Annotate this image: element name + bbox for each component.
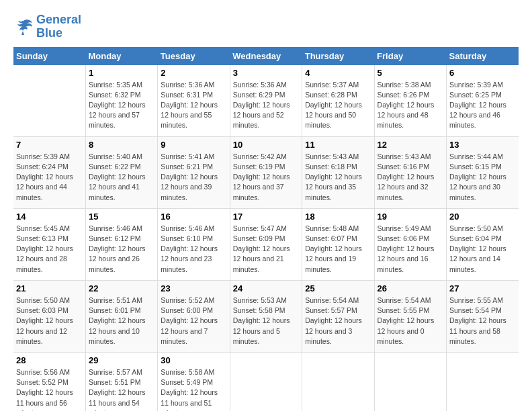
day-number: 30 bbox=[161, 355, 226, 365]
day-number: 9 bbox=[161, 140, 226, 150]
day-info: Sunrise: 5:39 AM Sunset: 6:24 PM Dayligh… bbox=[16, 152, 83, 203]
day-info: Sunrise: 5:54 AM Sunset: 5:55 PM Dayligh… bbox=[378, 295, 443, 347]
page-header: General Blue bbox=[13, 13, 519, 40]
day-cell: 8 Sunrise: 5:40 AM Sunset: 6:22 PM Dayli… bbox=[85, 136, 157, 208]
week-row-5: 28 Sunrise: 5:56 AM Sunset: 5:52 PM Dayl… bbox=[13, 352, 519, 411]
day-info: Sunrise: 5:55 AM Sunset: 5:54 PM Dayligh… bbox=[449, 295, 516, 347]
day-number: 27 bbox=[449, 283, 516, 293]
day-number: 23 bbox=[161, 283, 226, 293]
day-info: Sunrise: 5:43 AM Sunset: 6:18 PM Dayligh… bbox=[305, 152, 371, 203]
day-info: Sunrise: 5:35 AM Sunset: 6:32 PM Dayligh… bbox=[89, 80, 154, 131]
day-info: Sunrise: 5:43 AM Sunset: 6:16 PM Dayligh… bbox=[378, 152, 443, 203]
day-cell: 22 Sunrise: 5:51 AM Sunset: 6:01 PM Dayl… bbox=[85, 280, 157, 352]
calendar-table: SundayMondayTuesdayWednesdayThursdayFrid… bbox=[13, 47, 519, 411]
day-header-monday: Monday bbox=[85, 47, 157, 65]
day-number: 4 bbox=[305, 68, 371, 78]
day-info: Sunrise: 5:42 AM Sunset: 6:19 PM Dayligh… bbox=[233, 152, 299, 203]
day-number: 21 bbox=[16, 283, 83, 293]
logo-icon bbox=[13, 17, 34, 36]
logo-text: General Blue bbox=[36, 13, 81, 40]
day-cell bbox=[230, 352, 302, 411]
day-number: 6 bbox=[449, 68, 516, 78]
day-cell: 14 Sunrise: 5:45 AM Sunset: 6:13 PM Dayl… bbox=[13, 208, 85, 280]
logo: General Blue bbox=[13, 13, 81, 40]
day-number: 28 bbox=[16, 355, 83, 365]
day-number: 8 bbox=[89, 140, 154, 150]
day-info: Sunrise: 5:48 AM Sunset: 6:07 PM Dayligh… bbox=[305, 224, 371, 275]
day-cell bbox=[13, 65, 85, 137]
day-number: 2 bbox=[161, 68, 226, 78]
day-cell bbox=[302, 352, 374, 411]
day-info: Sunrise: 5:36 AM Sunset: 6:29 PM Dayligh… bbox=[233, 80, 299, 131]
day-info: Sunrise: 5:50 AM Sunset: 6:04 PM Dayligh… bbox=[449, 224, 516, 275]
day-number: 17 bbox=[233, 212, 299, 222]
day-cell: 30 Sunrise: 5:58 AM Sunset: 5:49 PM Dayl… bbox=[158, 352, 230, 411]
day-info: Sunrise: 5:49 AM Sunset: 6:06 PM Dayligh… bbox=[378, 224, 443, 275]
day-number: 14 bbox=[16, 212, 83, 222]
day-cell: 20 Sunrise: 5:50 AM Sunset: 6:04 PM Dayl… bbox=[447, 208, 519, 280]
day-header-saturday: Saturday bbox=[447, 47, 519, 65]
day-number: 19 bbox=[378, 212, 443, 222]
day-header-tuesday: Tuesday bbox=[158, 47, 230, 65]
day-cell: 27 Sunrise: 5:55 AM Sunset: 5:54 PM Dayl… bbox=[447, 280, 519, 352]
day-cell: 21 Sunrise: 5:50 AM Sunset: 6:03 PM Dayl… bbox=[13, 280, 85, 352]
day-number: 29 bbox=[89, 355, 154, 365]
day-info: Sunrise: 5:57 AM Sunset: 5:51 PM Dayligh… bbox=[89, 367, 154, 411]
day-number: 15 bbox=[89, 212, 154, 222]
day-info: Sunrise: 5:51 AM Sunset: 6:01 PM Dayligh… bbox=[89, 295, 154, 347]
day-cell: 23 Sunrise: 5:52 AM Sunset: 6:00 PM Dayl… bbox=[158, 280, 230, 352]
week-row-3: 14 Sunrise: 5:45 AM Sunset: 6:13 PM Dayl… bbox=[13, 208, 519, 280]
day-info: Sunrise: 5:40 AM Sunset: 6:22 PM Dayligh… bbox=[89, 152, 154, 203]
day-cell: 10 Sunrise: 5:42 AM Sunset: 6:19 PM Dayl… bbox=[230, 136, 302, 208]
day-cell: 11 Sunrise: 5:43 AM Sunset: 6:18 PM Dayl… bbox=[302, 136, 374, 208]
week-row-2: 7 Sunrise: 5:39 AM Sunset: 6:24 PM Dayli… bbox=[13, 136, 519, 208]
day-cell: 29 Sunrise: 5:57 AM Sunset: 5:51 PM Dayl… bbox=[85, 352, 157, 411]
day-number: 16 bbox=[161, 212, 226, 222]
day-info: Sunrise: 5:50 AM Sunset: 6:03 PM Dayligh… bbox=[16, 295, 83, 347]
day-number: 20 bbox=[449, 212, 516, 222]
day-cell: 25 Sunrise: 5:54 AM Sunset: 5:57 PM Dayl… bbox=[302, 280, 374, 352]
week-row-4: 21 Sunrise: 5:50 AM Sunset: 6:03 PM Dayl… bbox=[13, 280, 519, 352]
day-cell: 24 Sunrise: 5:53 AM Sunset: 5:58 PM Dayl… bbox=[230, 280, 302, 352]
day-number: 18 bbox=[305, 212, 371, 222]
day-header-friday: Friday bbox=[374, 47, 446, 65]
day-cell: 7 Sunrise: 5:39 AM Sunset: 6:24 PM Dayli… bbox=[13, 136, 85, 208]
day-number: 12 bbox=[378, 140, 443, 150]
day-info: Sunrise: 5:54 AM Sunset: 5:57 PM Dayligh… bbox=[305, 295, 371, 347]
day-number: 24 bbox=[233, 283, 299, 293]
day-cell bbox=[374, 352, 446, 411]
day-number: 22 bbox=[89, 283, 154, 293]
day-cell: 3 Sunrise: 5:36 AM Sunset: 6:29 PM Dayli… bbox=[230, 65, 302, 137]
day-cell: 12 Sunrise: 5:43 AM Sunset: 6:16 PM Dayl… bbox=[374, 136, 446, 208]
day-info: Sunrise: 5:53 AM Sunset: 5:58 PM Dayligh… bbox=[233, 295, 299, 347]
day-number: 10 bbox=[233, 140, 299, 150]
day-cell: 5 Sunrise: 5:38 AM Sunset: 6:26 PM Dayli… bbox=[374, 65, 446, 137]
day-number: 7 bbox=[16, 140, 83, 150]
day-cell: 19 Sunrise: 5:49 AM Sunset: 6:06 PM Dayl… bbox=[374, 208, 446, 280]
day-header-thursday: Thursday bbox=[302, 47, 374, 65]
day-info: Sunrise: 5:39 AM Sunset: 6:25 PM Dayligh… bbox=[449, 80, 516, 131]
day-cell: 13 Sunrise: 5:44 AM Sunset: 6:15 PM Dayl… bbox=[447, 136, 519, 208]
day-info: Sunrise: 5:37 AM Sunset: 6:28 PM Dayligh… bbox=[305, 80, 371, 131]
day-cell: 15 Sunrise: 5:46 AM Sunset: 6:12 PM Dayl… bbox=[85, 208, 157, 280]
day-info: Sunrise: 5:46 AM Sunset: 6:12 PM Dayligh… bbox=[89, 224, 154, 275]
day-cell: 6 Sunrise: 5:39 AM Sunset: 6:25 PM Dayli… bbox=[447, 65, 519, 137]
day-header-wednesday: Wednesday bbox=[230, 47, 302, 65]
day-number: 1 bbox=[89, 68, 154, 78]
day-info: Sunrise: 5:45 AM Sunset: 6:13 PM Dayligh… bbox=[16, 224, 83, 275]
day-info: Sunrise: 5:47 AM Sunset: 6:09 PM Dayligh… bbox=[233, 224, 299, 275]
day-cell: 4 Sunrise: 5:37 AM Sunset: 6:28 PM Dayli… bbox=[302, 65, 374, 137]
day-info: Sunrise: 5:56 AM Sunset: 5:52 PM Dayligh… bbox=[16, 367, 83, 411]
day-info: Sunrise: 5:41 AM Sunset: 6:21 PM Dayligh… bbox=[161, 152, 226, 203]
day-info: Sunrise: 5:58 AM Sunset: 5:49 PM Dayligh… bbox=[161, 367, 226, 411]
day-number: 11 bbox=[305, 140, 371, 150]
day-cell: 18 Sunrise: 5:48 AM Sunset: 6:07 PM Dayl… bbox=[302, 208, 374, 280]
day-number: 26 bbox=[378, 283, 443, 293]
day-info: Sunrise: 5:38 AM Sunset: 6:26 PM Dayligh… bbox=[378, 80, 443, 131]
day-cell: 9 Sunrise: 5:41 AM Sunset: 6:21 PM Dayli… bbox=[158, 136, 230, 208]
day-number: 5 bbox=[378, 68, 443, 78]
day-cell: 26 Sunrise: 5:54 AM Sunset: 5:55 PM Dayl… bbox=[374, 280, 446, 352]
day-number: 13 bbox=[449, 140, 516, 150]
day-number: 25 bbox=[305, 283, 371, 293]
week-row-1: 1 Sunrise: 5:35 AM Sunset: 6:32 PM Dayli… bbox=[13, 65, 519, 137]
